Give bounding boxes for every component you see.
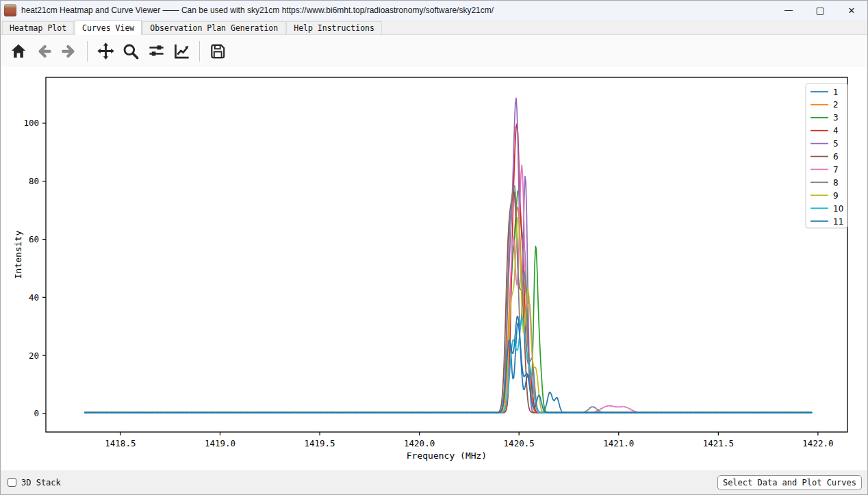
forward-arrow-icon <box>60 42 78 60</box>
y-tick-label: 100 <box>23 118 39 128</box>
zoom-button[interactable] <box>121 42 140 61</box>
x-axis-label: Frequency (MHz) <box>407 450 487 461</box>
tab-label: Observation Plan Generation <box>150 23 278 33</box>
save-button[interactable] <box>208 42 227 61</box>
legend-label: 1 <box>833 88 839 97</box>
configure-subplots-button[interactable] <box>146 42 166 61</box>
tab-curves-view[interactable]: Curves View <box>75 20 142 35</box>
pan-icon <box>97 42 115 60</box>
stack-3d-checkbox[interactable]: 3D Stack <box>8 478 61 487</box>
window-title: heat21cm Heatmap and Curve Viewer —— Can… <box>21 5 494 15</box>
legend-label: 11 <box>833 217 843 227</box>
back-arrow-icon <box>35 42 53 60</box>
x-tick-label: 1421.0 <box>603 438 634 448</box>
y-tick-label: 40 <box>29 292 39 303</box>
toolbar-separator <box>199 41 200 62</box>
tab-label: Heatmap Plot <box>10 23 66 33</box>
plot-frame <box>46 77 847 432</box>
x-tick-label: 1419.0 <box>205 438 235 448</box>
close-button[interactable]: ✕ <box>836 1 867 20</box>
tab-label: Help Instructions <box>294 23 374 33</box>
y-tick-label: 0 <box>34 408 39 418</box>
tab-label: Curves View <box>82 23 134 33</box>
save-floppy-icon <box>209 42 227 60</box>
legend-label: 6 <box>833 152 839 162</box>
legend-label: 2 <box>833 100 839 110</box>
close-icon: ✕ <box>848 6 856 15</box>
tab-help-instructions[interactable]: Help Instructions <box>286 21 382 34</box>
legend-label: 10 <box>833 204 843 214</box>
x-tick-label: 1420.0 <box>404 438 435 448</box>
zoom-magnifier-icon <box>122 42 140 60</box>
y-axis-label: Intensity <box>13 231 23 279</box>
y-tick-label: 20 <box>29 351 39 361</box>
legend-label: 4 <box>833 126 839 136</box>
window-controls: — ▢ ✕ <box>773 1 867 20</box>
home-button[interactable] <box>9 42 28 61</box>
figure-area: 1418.51419.01419.51420.01420.51421.01421… <box>1 67 867 470</box>
select-data-button[interactable]: Select Data and Plot Curves <box>717 475 862 490</box>
x-tick-label: 1419.5 <box>304 438 335 448</box>
y-tick-label: 60 <box>29 234 39 244</box>
x-tick-label: 1418.5 <box>105 438 136 448</box>
title-bar: heat21cm Heatmap and Curve Viewer —— Can… <box>1 1 867 20</box>
legend-label: 9 <box>833 191 839 201</box>
home-icon <box>10 42 27 60</box>
plot-toolbar <box>1 35 867 67</box>
legend-label: 8 <box>833 178 839 188</box>
minimize-button[interactable]: — <box>773 1 804 20</box>
forward-button[interactable] <box>60 42 79 61</box>
legend-label: 5 <box>833 139 839 149</box>
pan-button[interactable] <box>96 42 115 61</box>
x-tick-label: 1420.5 <box>504 438 535 448</box>
line-chart-icon <box>173 42 191 60</box>
checkbox-icon <box>8 478 16 487</box>
x-tick-label: 1422.0 <box>802 438 833 448</box>
app-icon <box>4 4 16 16</box>
edit-axes-button[interactable] <box>172 42 191 61</box>
legend-label: 3 <box>833 113 839 123</box>
back-button[interactable] <box>34 42 53 61</box>
toolbar-separator <box>87 41 88 62</box>
tab-bar: Heatmap Plot Curves View Observation Pla… <box>1 20 867 35</box>
bottom-bar: 3D Stack Select Data and Plot Curves <box>1 470 867 494</box>
maximize-button[interactable]: ▢ <box>804 1 836 20</box>
legend-label: 7 <box>833 165 839 175</box>
maximize-icon: ▢ <box>815 5 824 15</box>
tab-heatmap-plot[interactable]: Heatmap Plot <box>2 21 74 34</box>
app-window: heat21cm Heatmap and Curve Viewer —— Can… <box>0 0 868 495</box>
tab-observation-plan-generation[interactable]: Observation Plan Generation <box>142 21 285 34</box>
minimize-icon: — <box>784 5 793 15</box>
checkbox-label: 3D Stack <box>21 478 61 487</box>
y-tick-label: 80 <box>29 176 39 186</box>
x-tick-label: 1421.5 <box>703 438 734 448</box>
curves-chart[interactable]: 1418.51419.01419.51420.01420.51421.01421… <box>1 67 868 470</box>
sliders-icon <box>147 42 166 60</box>
